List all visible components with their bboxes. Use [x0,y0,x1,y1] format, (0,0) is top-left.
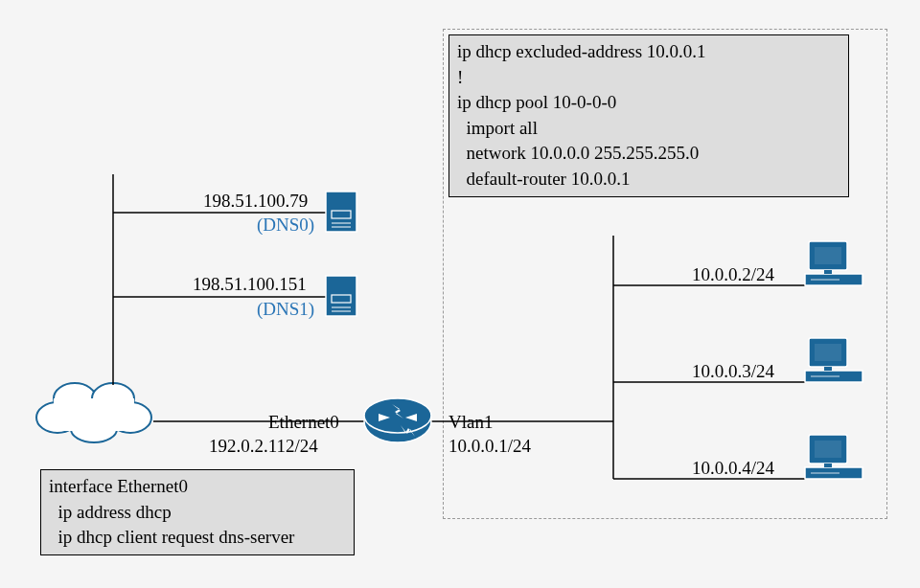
cloud-icon [36,383,151,442]
pc-icon [805,241,862,285]
diagram-svg [0,0,920,588]
router-icon [364,398,431,442]
server-icon [326,276,356,316]
pc-icon [805,435,862,479]
pc-icon [805,338,862,382]
diagram-stage: ip dhcp excluded-address 10.0.0.1 ! ip d… [0,0,920,588]
server-icon [326,192,356,232]
svg-rect-15 [54,398,134,431]
svg-point-26 [364,398,431,433]
